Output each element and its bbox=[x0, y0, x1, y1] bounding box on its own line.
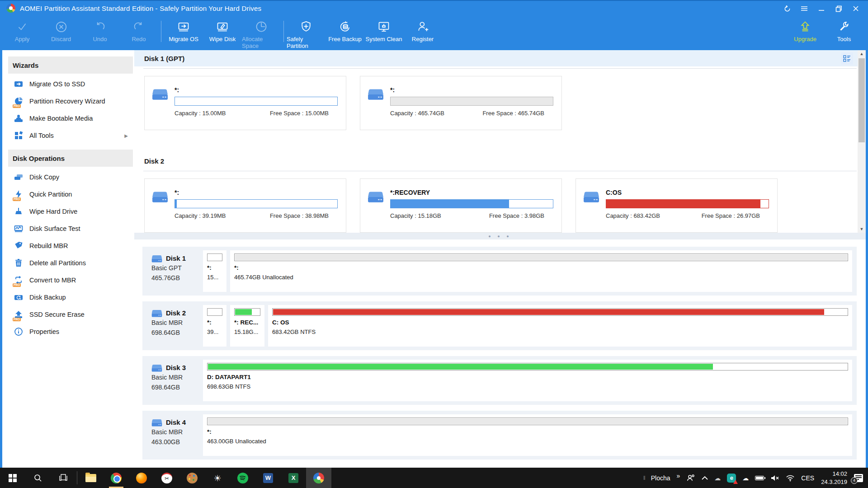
scroll-down-icon[interactable]: ▼ bbox=[858, 225, 866, 233]
close-icon[interactable] bbox=[849, 2, 863, 15]
redo-button[interactable]: Redo bbox=[119, 15, 158, 50]
disk-row-3: Disk 3 Basic MBR 698.64GB D: DATAPART1 6… bbox=[142, 356, 857, 405]
file-explorer-button[interactable] bbox=[78, 468, 104, 488]
desktop-toolbar-label[interactable]: Plocha bbox=[648, 468, 674, 488]
sidebar-item-quick-partition[interactable]: PRO Quick Partition bbox=[2, 186, 134, 203]
drive-icon bbox=[368, 190, 384, 203]
menu-icon[interactable] bbox=[797, 2, 811, 15]
wifi-button[interactable] bbox=[783, 468, 798, 488]
migrate-os-button[interactable]: Migrate OS bbox=[164, 15, 203, 50]
disk-info[interactable]: Disk 1 Basic GPT 465.76GB bbox=[142, 247, 203, 296]
clock[interactable]: 14:02 24.3.2019 bbox=[817, 470, 851, 486]
system-clean-button[interactable]: System Clean bbox=[364, 15, 403, 50]
panel-splitter[interactable]: ● ● ● bbox=[134, 233, 866, 239]
partition-cell[interactable]: *: 465.74GB Unallocated bbox=[230, 250, 852, 292]
sidebar-item-properties[interactable]: Properties bbox=[2, 323, 134, 340]
app-logo-icon bbox=[6, 4, 15, 13]
partition-cell[interactable]: D: DATAPART1 698.63GB NTFS bbox=[203, 360, 852, 401]
allocate-space-button[interactable]: Allocate Space bbox=[242, 15, 281, 50]
minimize-icon[interactable] bbox=[815, 2, 828, 15]
recovery-pie-icon: PRO bbox=[14, 96, 24, 106]
aomei-taskbar-button[interactable] bbox=[306, 468, 331, 488]
sidebar-item-ssd-secure-erase[interactable]: PRO SSD Secure Erase bbox=[2, 306, 134, 323]
main-panel: Disk 1 (GPT) *: Capacity : 15.00MBFree S… bbox=[134, 50, 866, 468]
firefox-button[interactable] bbox=[129, 468, 154, 488]
upgrade-button[interactable]: Upgrade bbox=[786, 15, 825, 50]
toolbar-overflow-chevron[interactable]: » bbox=[674, 465, 684, 486]
action-center-button[interactable]: 4 bbox=[851, 468, 866, 488]
sidebar-item-convert-to-mbr[interactable]: PRO Convert to MBR bbox=[2, 272, 134, 289]
partition-card[interactable]: *: Capacity : 15.00MBFree Space : 15.00M… bbox=[144, 76, 346, 130]
undo-button[interactable]: Undo bbox=[80, 15, 119, 50]
scroll-up-icon[interactable]: ▲ bbox=[858, 50, 866, 57]
partition-cell[interactable]: *: REC... 15.18G... bbox=[230, 305, 264, 347]
partition-card[interactable]: *: Capacity : 39.19MBFree Space : 38.98M… bbox=[144, 178, 346, 233]
view-toggle-button[interactable] bbox=[841, 52, 853, 65]
excel-button[interactable]: X bbox=[281, 468, 306, 488]
sidebar-item-disk-surface-test[interactable]: Disk Surface Test bbox=[2, 220, 134, 237]
language-indicator[interactable]: CES bbox=[798, 468, 817, 488]
sidebar-item-delete-all-partitions[interactable]: Delete all Partitions bbox=[2, 254, 134, 272]
paint-app-button[interactable] bbox=[179, 468, 205, 488]
partition-cell[interactable]: *: 39... bbox=[203, 305, 226, 347]
disk-row-2: Disk 2 Basic MBR 698.64GB *: 39... *: RE… bbox=[142, 301, 857, 350]
tools-button[interactable]: Tools bbox=[825, 15, 863, 50]
task-view-button[interactable] bbox=[51, 468, 76, 488]
free-backup-button[interactable]: Free Backup bbox=[326, 15, 364, 50]
disk-info[interactable]: Disk 2 Basic MBR 698.64GB bbox=[142, 301, 203, 350]
disk-info[interactable]: Disk 4 Basic MBR 463.00GB bbox=[142, 411, 203, 460]
partition-card[interactable]: *: Capacity : 465.74GBFree Space : 465.7… bbox=[360, 76, 562, 130]
flux-button[interactable]: ☀ bbox=[205, 468, 230, 488]
disk-info[interactable]: Disk 3 Basic MBR 698.64GB bbox=[142, 356, 203, 405]
upgrade-arrow-icon bbox=[799, 19, 811, 34]
battery-button[interactable] bbox=[752, 468, 767, 488]
sidebar-item-partition-recovery-wizard[interactable]: PRO Partition Recovery Wizard bbox=[2, 93, 134, 110]
apply-button[interactable]: Apply bbox=[3, 15, 42, 50]
register-button[interactable]: Register bbox=[403, 15, 442, 50]
partition-cell[interactable]: C: OS 683.42GB NTFS bbox=[268, 305, 852, 347]
refresh-icon[interactable] bbox=[780, 2, 794, 15]
maximize-icon[interactable] bbox=[832, 2, 845, 15]
person-plus-icon bbox=[416, 19, 429, 34]
sidebar-item-migrate-os-to-ssd[interactable]: Migrate OS to SSD bbox=[2, 75, 134, 93]
start-button[interactable] bbox=[0, 468, 25, 488]
secure-erase-icon: PRO bbox=[14, 310, 24, 319]
partition-card[interactable]: *:RECOVERY Capacity : 15.18GBFree Space … bbox=[360, 178, 562, 233]
onedrive-icon[interactable]: ☁ bbox=[739, 468, 752, 488]
sidebar-item-all-tools[interactable]: All Tools ▶ bbox=[2, 127, 134, 144]
disk-group-header[interactable]: Disk 1 (GPT) bbox=[134, 50, 866, 66]
wipe-disk-button[interactable]: Wipe Disk bbox=[203, 15, 242, 50]
toolbar-grip[interactable]: ‖ bbox=[642, 475, 648, 481]
safely-partition-button[interactable]: Safely Partition bbox=[287, 15, 326, 50]
x-circle-icon bbox=[55, 19, 67, 34]
sidebar-item-disk-backup[interactable]: Disk Backup bbox=[2, 289, 134, 306]
word-button[interactable]: W bbox=[255, 468, 281, 488]
partition-cell[interactable]: *: 463.00GB Unallocated bbox=[203, 414, 852, 456]
volume-button[interactable] bbox=[767, 468, 783, 488]
people-button[interactable] bbox=[683, 468, 698, 488]
usage-bar bbox=[606, 199, 769, 208]
cloud-sync-icon[interactable]: ☁ bbox=[711, 468, 724, 488]
windows-taskbar: ✂ ☀ W X ‖ Plocha » ☁ e ☁ CES 14:02 24.3.… bbox=[0, 468, 868, 488]
disk-group-header[interactable]: Disk 2 bbox=[134, 153, 866, 169]
screenpresso-button[interactable]: ✂ bbox=[154, 468, 179, 488]
discard-button[interactable]: Discard bbox=[42, 15, 80, 50]
search-button[interactable] bbox=[25, 468, 51, 488]
partition-cell[interactable]: *: 15... bbox=[203, 250, 226, 292]
sidebar-item-rebuild-mbr[interactable]: Rebuild MBR bbox=[2, 237, 134, 254]
section-header-disk-operations: Disk Operations bbox=[8, 150, 133, 167]
disk1-cards: *: Capacity : 15.00MBFree Space : 15.00M… bbox=[134, 69, 866, 130]
sidebar-item-make-bootable-media[interactable]: Make Bootable Media bbox=[2, 110, 134, 127]
scrollbar-thumb[interactable] bbox=[859, 58, 865, 142]
toolbar-separator bbox=[161, 21, 161, 42]
spotify-button[interactable] bbox=[230, 468, 255, 488]
eset-tray-button[interactable]: e bbox=[724, 468, 739, 488]
sidebar-item-disk-copy[interactable]: Disk Copy bbox=[2, 169, 134, 186]
search-icon bbox=[33, 474, 42, 483]
shield-plus-icon bbox=[300, 19, 312, 34]
chrome-button[interactable] bbox=[104, 468, 129, 488]
vertical-scrollbar[interactable]: ▲ ▼ bbox=[858, 50, 866, 233]
show-hidden-icons-button[interactable] bbox=[698, 468, 711, 488]
sidebar-item-wipe-hard-drive[interactable]: Wipe Hard Drive bbox=[2, 203, 134, 220]
partition-card[interactable]: C:OS Capacity : 683.42GBFree Space : 26.… bbox=[576, 178, 778, 233]
